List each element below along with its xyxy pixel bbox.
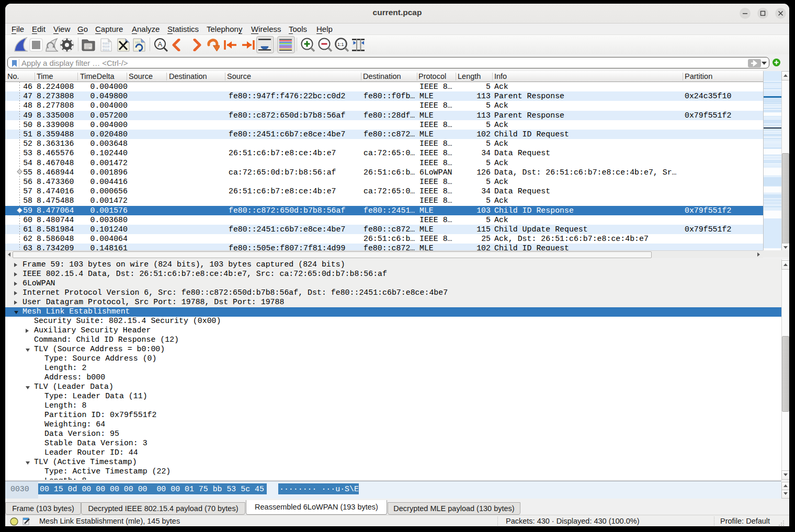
svg-text:A: A <box>158 40 163 48</box>
svg-text:1:1: 1:1 <box>337 42 344 47</box>
svg-text:0111: 0111 <box>103 48 110 52</box>
